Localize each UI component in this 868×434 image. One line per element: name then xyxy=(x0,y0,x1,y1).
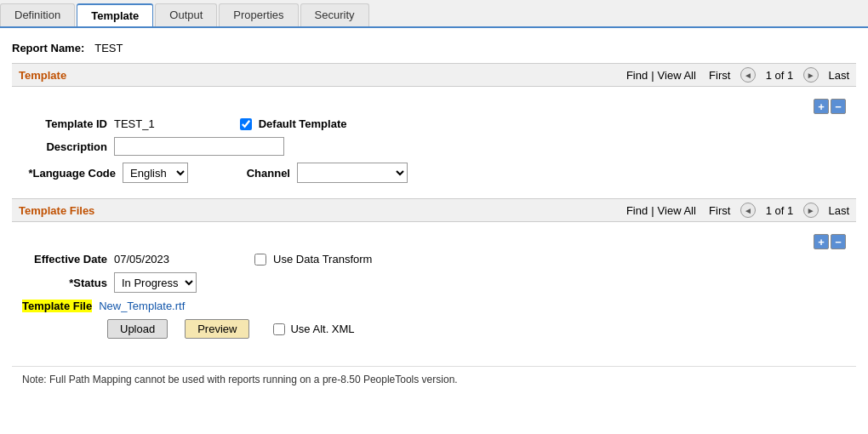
template-form: + − Template ID TEST_1 Default Template … xyxy=(12,94,856,198)
template-next-btn[interactable]: ► xyxy=(803,67,819,83)
template-file-label: Template File xyxy=(22,300,92,312)
language-code-label: *Language Code xyxy=(22,167,116,180)
status-label: *Status xyxy=(22,277,107,289)
template-section-nav: Find | View All First ◄ 1 of 1 ► Last xyxy=(626,67,849,83)
files-first-label: First xyxy=(709,204,730,217)
use-alt-xml-checkbox[interactable] xyxy=(273,323,285,335)
template-files-section-title: Template Files xyxy=(19,204,94,217)
template-last-label: Last xyxy=(828,69,849,82)
main-content: Report Name: TEST Template Find | View A… xyxy=(0,28,868,401)
files-next-btn[interactable]: ► xyxy=(803,203,819,218)
files-find-link[interactable]: Find xyxy=(626,204,648,217)
tab-template[interactable]: Template xyxy=(77,3,153,26)
files-remove-btn[interactable]: − xyxy=(831,234,846,249)
files-last-label: Last xyxy=(828,204,849,217)
description-row: Description xyxy=(22,137,846,156)
description-label: Description xyxy=(22,140,107,153)
tab-properties[interactable]: Properties xyxy=(219,3,298,26)
default-template-label: Default Template xyxy=(259,117,347,130)
files-viewall-link[interactable]: View All xyxy=(658,204,696,217)
upload-preview-row: Upload Preview Use Alt. XML xyxy=(107,319,846,339)
template-files-section-nav: Find | View All First ◄ 1 of 1 ► Last xyxy=(626,203,849,218)
report-name-value: TEST xyxy=(94,42,123,54)
template-file-row: Template File New_Template.rtf xyxy=(22,300,846,312)
files-add-btn[interactable]: + xyxy=(814,234,829,249)
template-remove-btn[interactable]: − xyxy=(831,99,846,114)
template-id-row: Template ID TEST_1 Default Template xyxy=(22,117,846,130)
template-id-value: TEST_1 xyxy=(114,117,155,130)
language-channel-row: *Language Code English French Spanish Ge… xyxy=(22,163,846,183)
report-name-row: Report Name: TEST xyxy=(12,42,856,54)
use-data-transform-checkbox[interactable] xyxy=(254,254,266,266)
upload-button[interactable]: Upload xyxy=(107,319,168,339)
tab-security[interactable]: Security xyxy=(300,3,369,26)
use-data-transform-label: Use Data Transform xyxy=(273,253,372,266)
tab-definition[interactable]: Definition xyxy=(0,3,75,26)
tab-bar: Definition Template Output Properties Se… xyxy=(0,0,868,28)
status-select[interactable]: In Progress Active Inactive xyxy=(114,272,197,293)
effective-date-value: 07/05/2023 xyxy=(114,253,169,266)
template-find-link[interactable]: Find xyxy=(626,69,648,82)
use-alt-xml-label: Use Alt. XML xyxy=(290,323,354,335)
tab-output[interactable]: Output xyxy=(155,3,217,26)
channel-label: Channel xyxy=(239,167,290,180)
preview-button[interactable]: Preview xyxy=(185,319,249,339)
files-prev-btn[interactable]: ◄ xyxy=(740,203,756,218)
template-files-section-header: Template Files Find | View All First ◄ 1… xyxy=(12,198,856,222)
template-page-info: 1 of 1 xyxy=(766,69,794,82)
files-add-remove-btns: + − xyxy=(814,234,846,249)
report-name-label: Report Name: xyxy=(12,42,84,54)
language-code-select[interactable]: English French Spanish German xyxy=(123,163,188,183)
template-files-form: + − Effective Date 07/05/2023 Use Data T… xyxy=(12,229,856,354)
template-add-remove-btns: + − xyxy=(814,99,846,114)
template-first-label: First xyxy=(709,69,730,82)
template-file-value: New_Template.rtf xyxy=(99,300,185,312)
template-section-title: Template xyxy=(19,69,66,82)
description-input[interactable] xyxy=(114,137,284,156)
effective-date-row: Effective Date 07/05/2023 Use Data Trans… xyxy=(22,253,846,266)
template-prev-btn[interactable]: ◄ xyxy=(740,67,756,83)
effective-date-label: Effective Date xyxy=(22,253,107,266)
template-id-label: Template ID xyxy=(22,117,107,130)
template-add-btn[interactable]: + xyxy=(814,99,829,114)
status-row: *Status In Progress Active Inactive xyxy=(22,272,846,293)
files-page-info: 1 of 1 xyxy=(766,204,794,217)
note-text: Note: Full Path Mapping cannot be used w… xyxy=(12,366,856,392)
default-template-checkbox[interactable] xyxy=(240,118,252,130)
template-section-header: Template Find | View All First ◄ 1 of 1 … xyxy=(12,63,856,87)
template-viewall-link[interactable]: View All xyxy=(658,69,696,82)
channel-select[interactable]: Email Web xyxy=(297,163,408,183)
